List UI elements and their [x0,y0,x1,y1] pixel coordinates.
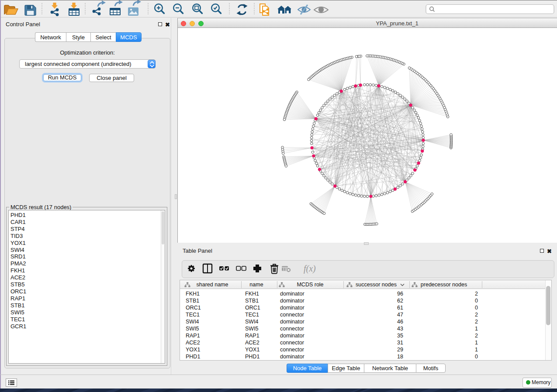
svg-text:f(x): f(x) [304,264,316,274]
